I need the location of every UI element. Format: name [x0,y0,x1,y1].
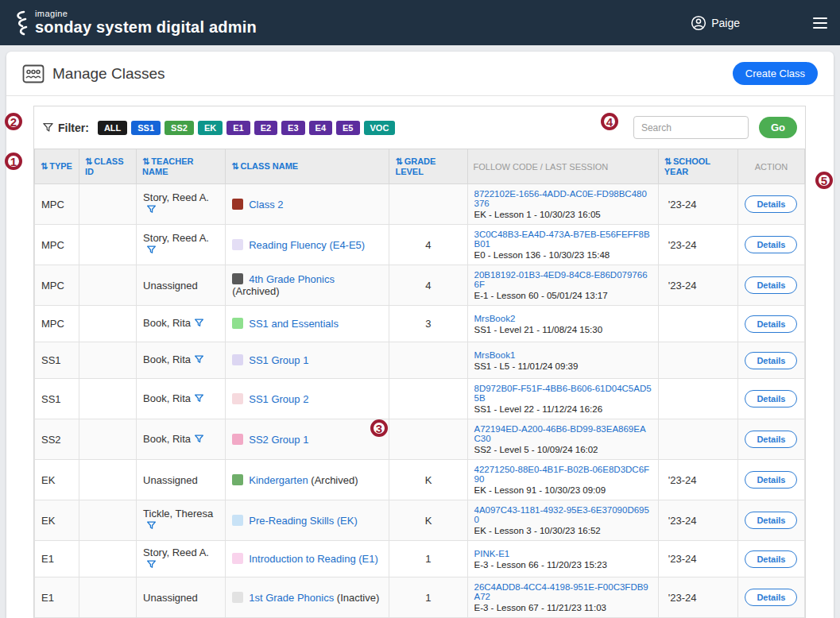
table-row: SS1 Book, Rita SS1 Group 2 8D972B0F-F51F… [35,379,805,419]
class-name-link[interactable]: SS1 Group 2 [249,393,308,405]
cell-grade-level: 3 [389,306,467,342]
annotation-circle-3: 3 [370,419,388,437]
class-name-link[interactable]: SS1 Group 1 [249,354,308,366]
column-header-class-id[interactable]: ⇅CLASS ID [79,149,137,184]
cell-action: Details [737,577,804,618]
cell-school-year: '23-24 [658,225,737,265]
cell-grade-level [389,342,467,379]
cell-class-name: Reading Fluency (E4-E5) [226,225,389,265]
cell-class-id [79,225,137,265]
class-name-link[interactable]: SS1 and Essentials [249,318,339,330]
follow-code-link[interactable]: A72194ED-A200-46B6-BD99-83EA869EAC30 [474,424,652,443]
filter-badge-e3[interactable]: E3 [281,121,304,135]
column-header-grade-level[interactable]: ⇅GRADE LEVEL [389,149,467,184]
last-session-text: E-3 - Lesson 67 - 11/21/23 11:03 [474,603,652,612]
class-name-link[interactable]: Class 2 [249,199,283,211]
column-header-school-year[interactable]: ⇅SCHOOL YEAR [658,149,737,184]
follow-code-link[interactable]: 20B18192-01B3-4ED9-84C8-E86D0797666F [474,270,652,289]
teacher-filter-funnel-icon[interactable] [194,354,204,367]
class-color-swatch [232,393,243,404]
menu-icon[interactable] [813,17,827,29]
follow-code-link[interactable]: MrsBook1 [474,350,652,360]
cell-action: Details [737,225,804,265]
create-class-button[interactable]: Create Class [733,62,818,85]
cell-grade-level: 4 [389,265,467,306]
cell-follow-code: 3C0C48B3-EA4D-473A-B7EB-E56FEFF8BB01 E0 … [467,225,658,265]
cell-class-name: Introduction to Reading (E1) [226,541,389,577]
filter-badge-e2[interactable]: E2 [254,121,277,135]
table-row: EK Unassigned Kindergarten (Archived) K … [35,460,805,500]
go-button[interactable]: Go [759,117,797,138]
table-row: SS2 Book, Rita SS2 Group 1 A72194ED-A200… [35,419,805,460]
cell-teacher-name: Unassigned [137,460,226,500]
teacher-filter-funnel-icon[interactable] [194,434,204,446]
class-name-link[interactable]: 4th Grade Phonics [249,273,335,285]
column-header-follow-code-last-session: FOLLOW CODE / LAST SESSION [467,149,658,184]
class-color-swatch [232,515,243,526]
teacher-filter-funnel-icon[interactable] [194,393,204,406]
filter-badge-e1[interactable]: E1 [226,121,250,135]
teacher-name: Book, Rita [143,317,191,329]
teacher-name: Unassigned [143,474,198,486]
teacher-filter-funnel-icon[interactable] [146,520,157,533]
details-button[interactable]: Details [745,550,797,568]
class-name-link[interactable]: Pre-Reading Skills (EK) [249,515,358,527]
search-input[interactable] [633,116,749,139]
teacher-name: Book, Rita [143,433,191,445]
filter-badge-e5[interactable]: E5 [336,121,359,135]
filter-badge-voc[interactable]: VOC [364,121,396,135]
follow-code-link[interactable]: 4A097C43-1181-4932-95E3-6E37090D6950 [474,505,652,524]
class-color-swatch [232,239,243,250]
teacher-filter-funnel-icon[interactable] [146,204,157,217]
teacher-filter-funnel-icon[interactable] [146,245,157,257]
teacher-filter-funnel-icon[interactable] [194,318,204,330]
follow-code-link[interactable]: PINK-E1 [474,549,652,558]
class-color-swatch [232,273,243,284]
cell-action: Details [737,500,804,541]
cell-class-id [79,460,137,500]
filter-badge-ss2[interactable]: SS2 [165,121,194,135]
follow-code-link[interactable]: 3C0C48B3-EA4D-473A-B7EB-E56FEFF8BB01 [474,230,652,249]
teacher-filter-funnel-icon[interactable] [146,559,157,572]
cell-follow-code: 8722102E-1656-4ADD-AC0E-FD98BC480376 EK … [467,184,658,225]
class-name-link[interactable]: 1st Grade Phonics [249,592,334,604]
table-row: EK Tickle, Theresa Pre-Reading Skills (E… [35,500,805,541]
filter-badge-all[interactable]: ALL [98,121,127,135]
class-name-link[interactable]: Introduction to Reading (E1) [249,553,378,565]
cell-teacher-name: Book, Rita [137,379,226,419]
details-button[interactable]: Details [745,589,797,606]
class-color-swatch [232,354,243,365]
details-button[interactable]: Details [745,431,797,448]
user-menu[interactable]: Paige [691,15,740,31]
cell-class-name: Class 2 [226,184,389,225]
filter-badge-ek[interactable]: EK [198,121,223,135]
follow-code-link[interactable]: 8D972B0F-F51F-4BB6-B606-61D04C5AD55B [474,384,652,403]
details-button[interactable]: Details [745,236,797,253]
class-name-link[interactable]: SS2 Group 1 [249,434,308,446]
details-button[interactable]: Details [745,276,797,294]
details-button[interactable]: Details [745,195,797,213]
cell-follow-code: PINK-E1 E-3 - Lesson 66 - 11/20/23 15:23 [467,541,658,577]
class-color-swatch [232,474,243,485]
filter-badge-ss1[interactable]: SS1 [131,121,161,135]
column-header-type[interactable]: ⇅TYPE [35,149,79,184]
classes-table: ⇅TYPE⇅CLASS ID⇅TEACHER NAME⇅CLASS NAME⇅G… [34,149,805,618]
class-color-swatch [232,434,243,445]
details-button[interactable]: Details [745,352,797,369]
follow-code-link[interactable]: 26C4ADD8-4CC4-4198-951E-F00C3FDB9A72 [474,582,652,601]
last-session-text: SS1 - Level 22 - 11/12/24 16:26 [474,404,652,414]
cell-class-id [79,419,137,460]
filter-badge-e4[interactable]: E4 [309,121,332,135]
column-header-class-name[interactable]: ⇅CLASS NAME [226,149,389,184]
details-button[interactable]: Details [745,471,797,489]
class-name-link[interactable]: Reading Fluency (E4-E5) [249,239,365,251]
details-button[interactable]: Details [745,315,797,333]
follow-code-link[interactable]: MrsBook2 [474,314,652,323]
follow-code-link[interactable]: 42271250-88E0-4B1F-B02B-06E8D3DC6F90 [474,465,652,484]
class-name-link[interactable]: Kindergarten [249,474,308,486]
column-header-teacher-name[interactable]: ⇅TEACHER NAME [137,149,226,184]
teacher-name: Tickle, Theresa [143,508,213,520]
follow-code-link[interactable]: 8722102E-1656-4ADD-AC0E-FD98BC480376 [474,189,652,208]
details-button[interactable]: Details [745,390,797,407]
details-button[interactable]: Details [745,512,797,529]
